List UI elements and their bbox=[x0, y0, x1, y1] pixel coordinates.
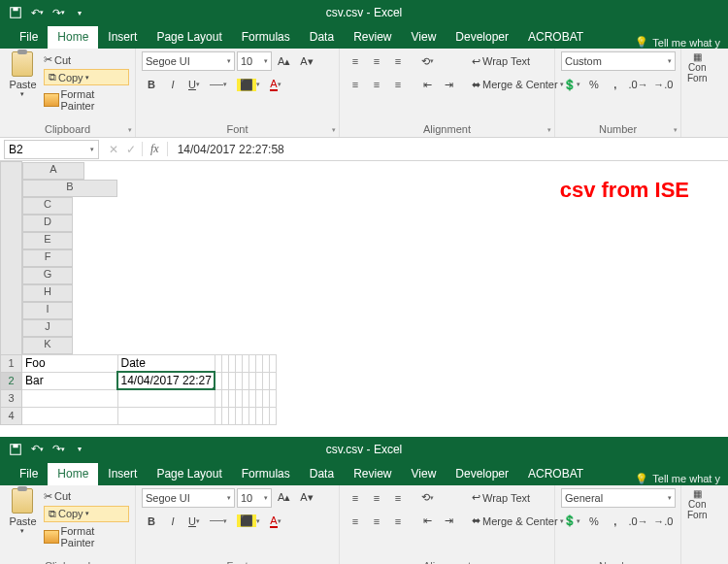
accounting-button[interactable]: 💲▾ bbox=[561, 75, 582, 94]
align-left-button[interactable]: ≡ bbox=[346, 75, 365, 94]
cell-E4[interactable] bbox=[228, 407, 235, 424]
dec-decimal-button[interactable]: →.0 bbox=[651, 75, 675, 94]
comma-button[interactable]: , bbox=[606, 512, 625, 531]
format-painter-button[interactable]: Format Painter bbox=[44, 88, 129, 112]
percent-button[interactable]: % bbox=[584, 75, 604, 94]
paste-button[interactable]: Paste ▾ bbox=[6, 51, 40, 98]
orientation-button[interactable]: ⟲▾ bbox=[417, 51, 438, 71]
cond-format-button[interactable]: ▦ConForn bbox=[687, 488, 708, 520]
cell-C4[interactable] bbox=[215, 407, 221, 424]
bold-button[interactable]: B bbox=[142, 75, 161, 94]
tab-acrobat[interactable]: ACROBAT bbox=[518, 463, 593, 485]
tell-me[interactable]: 💡Tell me what y bbox=[627, 36, 728, 49]
col-header-H[interactable]: H bbox=[22, 284, 73, 302]
align-top-button[interactable]: ≡ bbox=[346, 488, 365, 508]
cell-A2[interactable]: Bar bbox=[22, 372, 118, 389]
align-right-button[interactable]: ≡ bbox=[388, 75, 408, 94]
shrink-font-button[interactable]: A▾ bbox=[296, 488, 316, 508]
shrink-font-button[interactable]: A▾ bbox=[296, 51, 316, 71]
tab-home[interactable]: Home bbox=[48, 463, 98, 485]
cell-G3[interactable] bbox=[242, 389, 248, 407]
cut-button[interactable]: ✂ Cut bbox=[44, 53, 129, 66]
cell-F3[interactable] bbox=[235, 389, 242, 407]
tab-file[interactable]: File bbox=[10, 26, 48, 49]
tab-developer[interactable]: Developer bbox=[446, 26, 518, 49]
format-painter-button[interactable]: Format Painter bbox=[44, 525, 129, 548]
col-header-B[interactable]: B bbox=[22, 180, 117, 197]
indent-inc-button[interactable]: ⇥ bbox=[439, 75, 458, 94]
font-color-button[interactable]: A▾ bbox=[266, 75, 285, 94]
redo-icon[interactable]: ↷▾ bbox=[49, 440, 68, 459]
tab-data[interactable]: Data bbox=[300, 26, 344, 49]
align-middle-button[interactable]: ≡ bbox=[367, 488, 386, 508]
italic-button[interactable]: I bbox=[163, 512, 182, 531]
col-header-A[interactable]: A bbox=[22, 162, 84, 180]
enter-icon[interactable]: ✓ bbox=[126, 143, 136, 156]
cell-D2[interactable] bbox=[221, 372, 228, 389]
cell-B4[interactable] bbox=[117, 407, 215, 424]
paste-button[interactable]: Paste ▾ bbox=[6, 488, 40, 535]
tab-insert[interactable]: Insert bbox=[98, 463, 147, 485]
cell-H1[interactable] bbox=[248, 354, 255, 372]
tab-page layout[interactable]: Page Layout bbox=[147, 463, 231, 485]
redo-icon[interactable]: ↷▾ bbox=[49, 3, 68, 22]
col-header-D[interactable]: D bbox=[22, 215, 73, 232]
cell-K3[interactable] bbox=[269, 389, 276, 407]
align-right-button[interactable]: ≡ bbox=[388, 512, 408, 531]
tab-review[interactable]: Review bbox=[344, 26, 401, 49]
cell-E2[interactable] bbox=[228, 372, 235, 389]
font-color-button[interactable]: A▾ bbox=[266, 512, 285, 531]
cell-G1[interactable] bbox=[242, 354, 248, 372]
fx-icon[interactable]: fx bbox=[142, 142, 168, 156]
cell-D3[interactable] bbox=[221, 389, 228, 407]
cell-K4[interactable] bbox=[269, 407, 276, 424]
save-icon[interactable] bbox=[6, 3, 25, 22]
font-name-select[interactable]: Segoe UI▾ bbox=[142, 488, 235, 508]
tab-view[interactable]: View bbox=[402, 463, 447, 485]
cell-E1[interactable] bbox=[228, 354, 235, 372]
accounting-button[interactable]: 💲▾ bbox=[561, 512, 582, 531]
cell-E3[interactable] bbox=[228, 389, 235, 407]
font-size-select[interactable]: 10▾ bbox=[237, 51, 272, 71]
cell-B3[interactable] bbox=[117, 389, 215, 407]
cell-J2[interactable] bbox=[262, 372, 269, 389]
underline-button[interactable]: U▾ bbox=[184, 512, 204, 531]
cell-B1[interactable]: Date bbox=[117, 354, 215, 372]
qat-customize-icon[interactable]: ▾ bbox=[70, 3, 89, 22]
cell-J4[interactable] bbox=[262, 407, 269, 424]
row-header-4[interactable]: 4 bbox=[1, 407, 22, 424]
cell-H4[interactable] bbox=[248, 407, 255, 424]
align-left-button[interactable]: ≡ bbox=[346, 512, 365, 531]
cell-J3[interactable] bbox=[262, 389, 269, 407]
cell-B2[interactable]: 14/04/2017 22:27 bbox=[117, 372, 215, 389]
undo-icon[interactable]: ↶▾ bbox=[27, 3, 47, 22]
col-header-F[interactable]: F bbox=[22, 249, 73, 267]
number-format-select[interactable]: Custom▾ bbox=[561, 51, 676, 71]
tab-data[interactable]: Data bbox=[300, 463, 344, 485]
align-center-button[interactable]: ≡ bbox=[367, 75, 386, 94]
cell-C3[interactable] bbox=[215, 389, 221, 407]
col-header-G[interactable]: G bbox=[22, 267, 73, 284]
tab-view[interactable]: View bbox=[402, 26, 447, 49]
percent-button[interactable]: % bbox=[584, 512, 604, 531]
indent-dec-button[interactable]: ⇤ bbox=[417, 75, 437, 94]
tab-review[interactable]: Review bbox=[344, 463, 401, 485]
align-center-button[interactable]: ≡ bbox=[367, 512, 386, 531]
tab-developer[interactable]: Developer bbox=[446, 463, 518, 485]
align-middle-button[interactable]: ≡ bbox=[367, 51, 386, 71]
name-box[interactable]: B2▾ bbox=[4, 140, 99, 159]
align-bottom-button[interactable]: ≡ bbox=[388, 488, 408, 508]
cell-K1[interactable] bbox=[269, 354, 276, 372]
inc-decimal-button[interactable]: .0→ bbox=[627, 75, 650, 94]
fill-color-button[interactable]: ⬛▾ bbox=[233, 75, 264, 94]
fill-color-button[interactable]: ⬛▾ bbox=[233, 512, 264, 531]
qat-customize-icon[interactable]: ▾ bbox=[70, 440, 89, 459]
cell-I3[interactable] bbox=[255, 389, 262, 407]
copy-button[interactable]: ⧉ Copy ▾ bbox=[44, 69, 129, 85]
cell-A3[interactable] bbox=[22, 389, 118, 407]
indent-inc-button[interactable]: ⇥ bbox=[439, 512, 458, 531]
cell-G2[interactable] bbox=[242, 372, 248, 389]
cell-K2[interactable] bbox=[269, 372, 276, 389]
cell-A1[interactable]: Foo bbox=[22, 354, 118, 372]
tab-file[interactable]: File bbox=[10, 463, 48, 485]
